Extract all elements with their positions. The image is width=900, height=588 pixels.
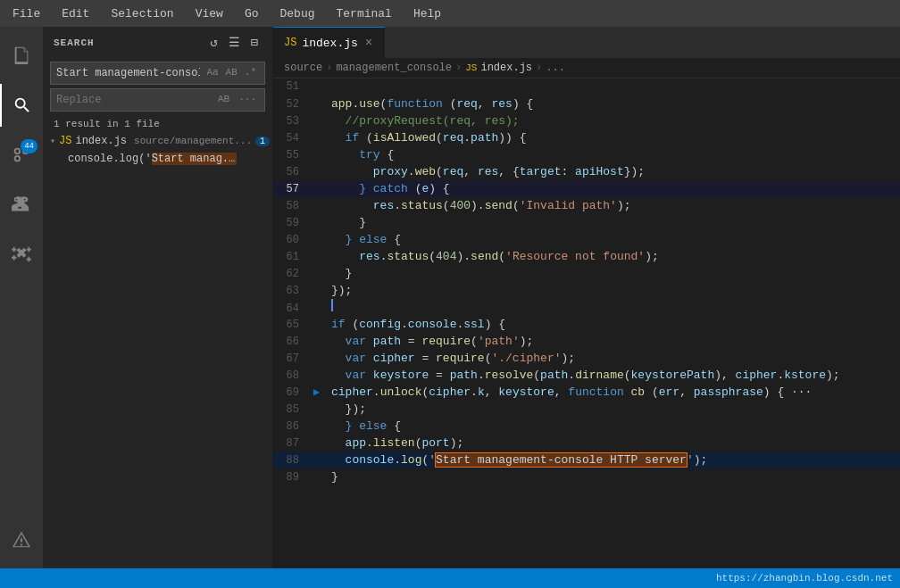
status-bar: https://zhangbin.blog.csdn.net [0,568,900,588]
sidebar-header: SEARCH ↺ ☰ ⊟ [43,27,272,58]
file-path: source/management... [134,136,252,146]
menu-item-debug[interactable]: Debug [276,5,318,22]
breadcrumb-filename: index.js [480,62,532,74]
code-line-60: 60 } else { [273,231,900,248]
code-line-61: 61 res.status(404).send('Resource not fo… [273,248,900,265]
menu-item-go[interactable]: Go [241,5,262,22]
source-control-icon[interactable]: 44 [0,134,43,177]
file-result-item[interactable]: ▾ JS index.js source/management... 1 [43,133,272,149]
code-line-86: 86 } else { [273,418,900,435]
editor-tab-index-js[interactable]: JS index.js × [273,27,385,58]
js-file-icon: JS [59,135,71,147]
search-input-actions: Aa AB .* [204,65,259,80]
code-line-54: 54 if (isAllowed(req.path)) { [273,129,900,146]
match-line-item[interactable]: console.log('Start manag...') ↔ ✕ [43,149,272,168]
code-line-57: 57 } catch (e) { [273,180,900,197]
menu-item-terminal[interactable]: Terminal [333,5,396,22]
code-line-62: 62 } [273,265,900,282]
match-count-badge: 1 [255,137,270,146]
tab-close-button[interactable]: × [363,36,374,50]
replace-match-button[interactable]: ↔ [240,151,252,166]
breadcrumb-management-console: management_console [336,62,452,74]
chevron-down-icon: ▾ [50,136,55,146]
menu-bar: File Edit Selection View Go Debug Termin… [0,0,900,27]
status-url: https://zhangbin.blog.csdn.net [716,573,893,584]
tab-bar: JS index.js × [273,27,900,58]
code-line-64: 64 [273,299,900,316]
breadcrumb-sep-1: › [326,62,332,74]
code-line-65: 65 if (config.console.ssl) { [273,316,900,333]
code-line-56: 56 proxy.web(req, res, {target: apiHost}… [273,163,900,180]
tab-js-icon: JS [284,37,296,49]
files-icon[interactable] [0,34,43,77]
tab-label: index.js [302,37,357,50]
breadcrumb-current: ... [546,62,565,74]
file-tree: ▾ JS index.js source/management... 1 con… [43,133,272,568]
breadcrumb-sep-3: › [536,62,542,74]
menu-item-view[interactable]: View [192,5,227,22]
refresh-search-button[interactable]: ↺ [206,33,221,52]
code-line-88: 88 console.log('Start management-console… [273,451,900,468]
code-line-66: 66 var path = require('path'); [273,333,900,350]
breadcrumb: source › management_console › JS index.j… [273,58,900,79]
debug-icon[interactable] [0,184,43,227]
search-activity-icon[interactable] [0,84,43,127]
menu-item-selection[interactable]: Selection [107,5,177,22]
use-regex-button[interactable]: .* [242,65,259,80]
replace-options-button[interactable]: ··· [236,92,259,107]
code-editor[interactable]: 51 52 app.use(function (req, res) { 53 /… [273,79,900,568]
replace-all-button[interactable]: AB [215,92,232,107]
code-line-59: 59 } [273,214,900,231]
clear-search-button[interactable]: ☰ [225,33,244,52]
breadcrumb-source: source [284,62,322,74]
code-line-69: 69 ▶ cipher.unlock(cipher.k, keystore, f… [273,384,900,401]
sidebar-actions: ↺ ☰ ⊟ [206,33,262,52]
menu-item-help[interactable]: Help [410,5,445,22]
main-layout: 44 SEARCH ↺ ☰ ⊟ Aa AB [0,27,900,568]
results-info: 1 result in 1 file [43,115,272,133]
code-line-89: 89 } [273,468,900,485]
search-input[interactable] [56,67,200,79]
code-line-63: 63 }); [273,282,900,299]
match-case-button[interactable]: Aa [204,65,221,80]
sidebar: SEARCH ↺ ☰ ⊟ Aa AB .* AB ··· 1 [43,27,273,568]
extensions-icon[interactable] [0,234,43,277]
activity-bar: 44 [0,27,43,568]
warning-activity-icon[interactable] [0,518,43,561]
match-text-content: console.log('Start manag...') [68,153,237,165]
code-line-87: 87 app.listen(port); [273,435,900,451]
code-line-85: 85 }); [273,401,900,418]
search-box-container: Aa AB .* AB ··· [43,58,272,115]
file-name: index.js [75,135,127,147]
code-line-52: 52 app.use(function (req, res) { [273,95,900,112]
match-whole-word-button[interactable]: AB [223,65,240,80]
editor-area: JS index.js × source › management_consol… [273,27,900,568]
replace-input[interactable] [56,94,212,106]
breadcrumb-file-icon: JS [465,62,477,73]
code-line-55: 55 try { [273,146,900,163]
code-line-51: 51 [273,79,900,95]
match-text: console.log('Start manag...') [68,153,237,165]
code-line-58: 58 res.status(400).send('Invalid path'); [273,197,900,214]
code-line-53: 53 //proxyRequest(req, res); [273,112,900,129]
code-line-68: 68 var keystore = path.resolve(path.dirn… [273,367,900,384]
search-input-row: Aa AB .* [50,62,265,85]
menu-item-file[interactable]: File [9,5,44,22]
menu-item-edit[interactable]: Edit [58,5,93,22]
code-line-67: 67 var cipher = require('./cipher'); [273,350,900,367]
collapse-all-button[interactable]: ⊟ [247,33,262,52]
sidebar-title: SEARCH [54,37,95,48]
source-control-badge: 44 [21,139,38,153]
replace-row: AB ··· [50,88,265,112]
breadcrumb-sep-2: › [455,62,462,74]
dismiss-match-button[interactable]: ✕ [254,151,265,166]
